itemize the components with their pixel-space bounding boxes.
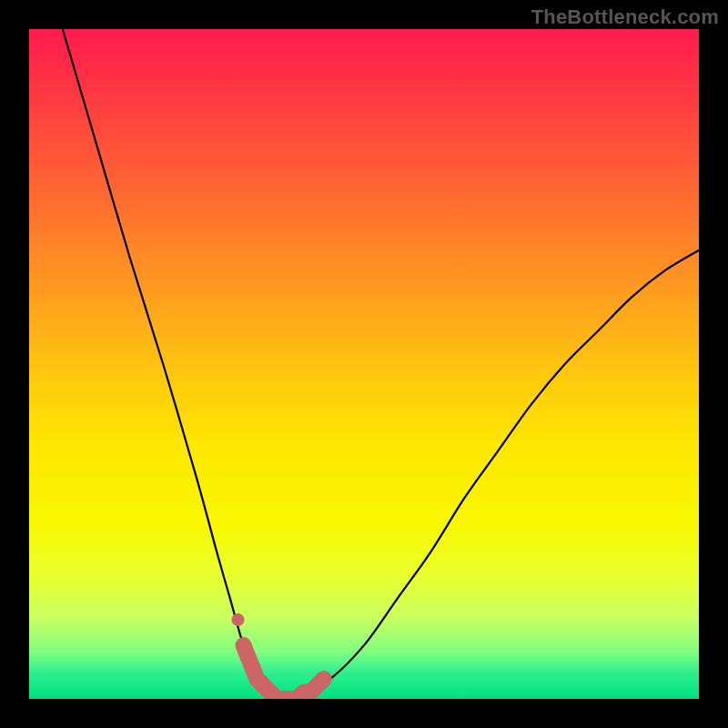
curve-layer: [29, 29, 699, 699]
marker-dot: [232, 613, 245, 626]
optimal-region-markers: [232, 613, 324, 699]
watermark-text: TheBottleneck.com: [531, 5, 719, 29]
bottleneck-curve: [63, 29, 699, 699]
optimal-region-band: [244, 645, 324, 699]
bottleneck-curve-path: [63, 29, 699, 699]
plot-area: [29, 29, 699, 699]
chart-frame: TheBottleneck.com: [0, 0, 728, 728]
